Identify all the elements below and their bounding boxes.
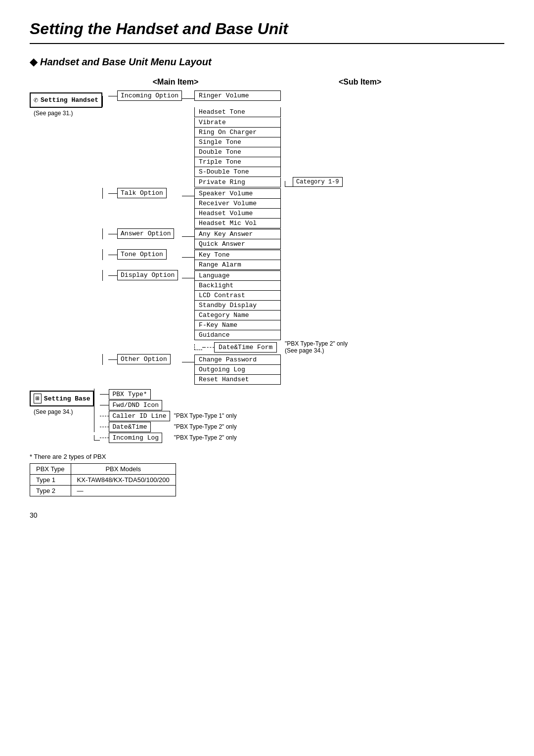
main-item-header: <Main Item>: [121, 78, 230, 87]
sub-headset-volume: Headset Volume: [194, 209, 281, 219]
sub-range-alarm: Range Alarm: [194, 260, 281, 270]
pbx-type2-models: —: [71, 486, 176, 496]
sub-datetime-form: Date&Time Form: [214, 342, 277, 353]
sub-vibrate: Vibrate: [194, 118, 281, 128]
main-item-other: Other Option: [117, 354, 171, 364]
sub-headset-tone: Headset Tone: [194, 107, 281, 117]
sub-any-key-answer: Any Key Answer: [194, 229, 281, 239]
datetime-note: "PBX Type-Type 2" only: [174, 423, 237, 430]
pbx-type1-models: KX-TAW848/KX-TDA50/100/200: [71, 475, 176, 486]
handset-icon: ✆: [34, 95, 38, 105]
pbx-table: PBX Type PBX Models Type 1 KX-TAW848/KX-…: [30, 463, 176, 496]
base-item-pbxtype: PBX Type*: [109, 389, 150, 400]
main-item-incoming: Incoming Option: [117, 90, 182, 101]
sub-private-ring: Private Ring: [194, 178, 281, 187]
footnote: * There are 2 types of PBX: [30, 453, 504, 460]
sub-key-tone: Key Tone: [194, 250, 281, 260]
base-see-page: (See page 34.): [34, 408, 73, 415]
sub-single-tone: Single Tone: [194, 137, 281, 147]
sub-category-name: Category Name: [194, 311, 281, 320]
sub-triple-tone: Triple Tone: [194, 157, 281, 167]
main-item-answer: Answer Option: [117, 228, 174, 239]
sub-outgoing-log: Outgoing Log: [194, 365, 281, 375]
datetime-form-note2: (See page 34.): [285, 347, 348, 354]
pbx-row-type2: Type 2 —: [30, 486, 176, 496]
incoming-log-note: "PBX Type-Type 2" only: [174, 434, 237, 441]
sub-ringer-volume: Ringer Volume: [194, 90, 281, 101]
sub-language: Language: [194, 270, 281, 281]
sub-s-double-tone: S-Double Tone: [194, 167, 281, 177]
sub-category: Category 1-9: [293, 177, 342, 187]
main-item-tone: Tone Option: [117, 249, 167, 260]
main-item-display: Display Option: [117, 270, 178, 280]
sub-reset-handset: Reset Handset: [194, 375, 281, 385]
page-title: Setting the Handset and Base Unit: [30, 20, 504, 44]
pbx-col-models: PBX Models: [71, 464, 176, 475]
page-number: 30: [30, 511, 504, 519]
sub-ring-on-charger: Ring On Charger: [194, 128, 281, 137]
base-item-incoming-log: Incoming Log: [109, 433, 162, 443]
setting-base-box: ⊞ Setting Base: [30, 391, 94, 406]
sub-lcd-contrast: LCD Contrast: [194, 291, 281, 301]
sub-change-password: Change Password: [194, 355, 281, 365]
base-item-callerid: Caller ID Line: [109, 411, 170, 421]
base-icon: ⊞: [34, 394, 42, 403]
sub-quick-answer: Quick Answer: [194, 239, 281, 249]
sub-item-header: <Sub Item>: [339, 78, 381, 87]
handset-label: Setting Handset: [41, 96, 98, 104]
sub-headset-mic-vol: Headset Mic Vol: [194, 219, 281, 228]
callerid-note: "PBX Type-Type 1" only: [174, 412, 237, 419]
pbx-type2-label: Type 2: [30, 486, 71, 496]
sub-fkey-name: F-Key Name: [194, 320, 281, 330]
pbx-col-type: PBX Type: [30, 464, 71, 475]
sub-double-tone: Double Tone: [194, 147, 281, 157]
base-item-fwddnd: Fwd/DND Icon: [109, 400, 162, 410]
pbx-type1-label: Type 1: [30, 475, 71, 486]
sub-receiver-volume: Receiver Volume: [194, 199, 281, 209]
sub-standby-display: Standby Display: [194, 301, 281, 311]
datetime-form-note1: "PBX Type-Type 2" only: [285, 340, 348, 347]
handset-see-page: (See page 31.): [34, 110, 73, 117]
pbx-row-type1: Type 1 KX-TAW848/KX-TDA50/100/200: [30, 475, 176, 486]
base-item-datetime: Date&Time: [109, 422, 150, 432]
setting-handset-box: ✆ Setting Handset: [30, 92, 102, 108]
sub-speaker-volume: Speaker Volume: [194, 188, 281, 199]
base-label: Setting Base: [44, 395, 90, 402]
sub-guidance: Guidance: [194, 330, 281, 340]
main-item-talk: Talk Option: [117, 188, 167, 198]
section-title: Handset and Base Unit Menu Layout: [30, 56, 504, 68]
menu-diagram: ✆ Setting Handset (See page 31.) In: [30, 90, 504, 443]
sub-backlight: Backlight: [194, 281, 281, 291]
